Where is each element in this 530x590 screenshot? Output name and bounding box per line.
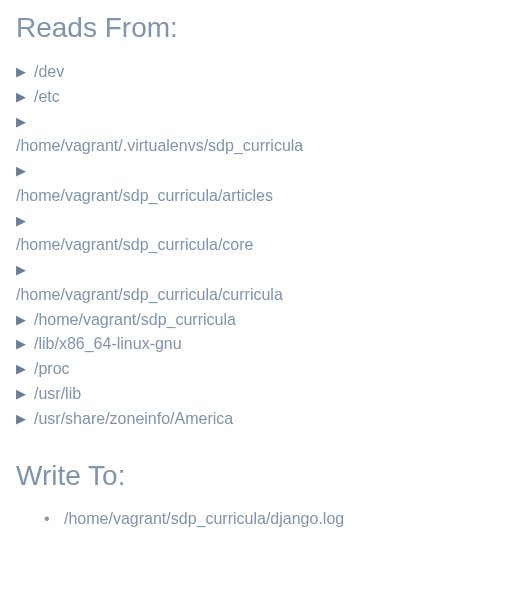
expand-arrow-icon[interactable]: ▶ — [16, 60, 26, 85]
expand-arrow-icon[interactable]: ▶ — [16, 110, 26, 135]
tree-item-path: /proc — [34, 357, 70, 382]
expand-arrow-icon[interactable]: ▶ — [16, 258, 26, 283]
tree-item-path: /usr/lib — [34, 382, 81, 407]
tree-item[interactable]: ▶/lib/x86_64-linux-gnu — [16, 332, 514, 357]
reads-from-heading: Reads From: — [16, 12, 514, 44]
tree-item[interactable]: ▶/home/vagrant/.virtualenvs/sdp_curricul… — [16, 110, 514, 159]
list-item: /home/vagrant/sdp_curricula/django.log — [64, 506, 514, 532]
expand-arrow-icon[interactable]: ▶ — [16, 382, 26, 407]
tree-item[interactable]: ▶/dev — [16, 60, 514, 85]
expand-arrow-icon[interactable]: ▶ — [16, 85, 26, 110]
tree-item[interactable]: ▶/usr/lib — [16, 382, 514, 407]
tree-item[interactable]: ▶/home/vagrant/sdp_curricula/articles — [16, 159, 514, 208]
expand-arrow-icon[interactable]: ▶ — [16, 332, 26, 357]
tree-item[interactable]: ▶/home/vagrant/sdp_curricula — [16, 308, 514, 333]
tree-item[interactable]: ▶/etc — [16, 85, 514, 110]
expand-arrow-icon[interactable]: ▶ — [16, 357, 26, 382]
expand-arrow-icon[interactable]: ▶ — [16, 159, 26, 184]
tree-item[interactable]: ▶/home/vagrant/sdp_curricula/core — [16, 209, 514, 258]
expand-arrow-icon[interactable]: ▶ — [16, 407, 26, 432]
write-to-heading: Write To: — [16, 460, 514, 492]
expand-arrow-icon[interactable]: ▶ — [16, 209, 26, 234]
tree-item[interactable]: ▶/proc — [16, 357, 514, 382]
tree-item[interactable]: ▶/home/vagrant/sdp_curricula/curricula — [16, 258, 514, 307]
tree-item-path: /usr/share/zoneinfo/America — [34, 407, 233, 432]
tree-item[interactable]: ▶/usr/share/zoneinfo/America — [16, 407, 514, 432]
tree-item-path: /home/vagrant/sdp_curricula/core — [16, 233, 514, 258]
tree-item-path: /home/vagrant/.virtualenvs/sdp_curricula — [16, 134, 514, 159]
reads-from-list: ▶/dev▶/etc▶/home/vagrant/.virtualenvs/sd… — [16, 60, 514, 432]
tree-item-path: /dev — [34, 60, 64, 85]
tree-item-path: /home/vagrant/sdp_curricula/curricula — [16, 283, 514, 308]
tree-item-path: /lib/x86_64-linux-gnu — [34, 332, 182, 357]
expand-arrow-icon[interactable]: ▶ — [16, 308, 26, 333]
write-to-list: /home/vagrant/sdp_curricula/django.log — [16, 506, 514, 532]
tree-item-path: /home/vagrant/sdp_curricula/articles — [16, 184, 514, 209]
tree-item-path: /home/vagrant/sdp_curricula — [34, 308, 236, 333]
tree-item-path: /etc — [34, 85, 60, 110]
